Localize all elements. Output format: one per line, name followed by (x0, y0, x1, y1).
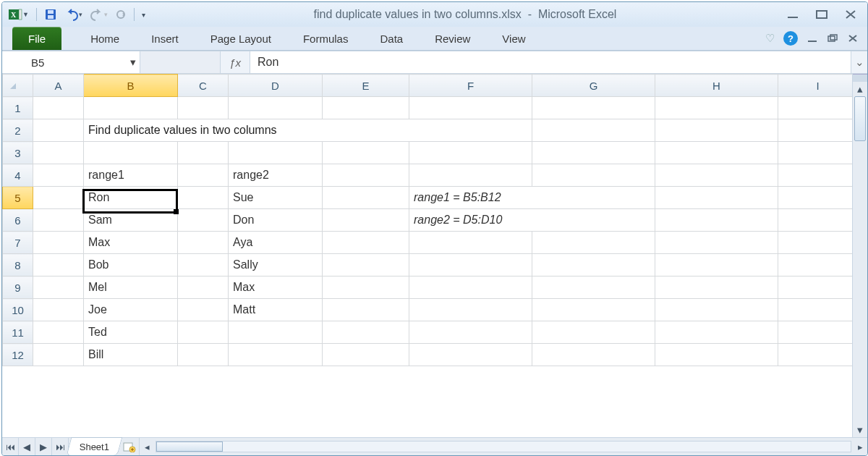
scroll-down-icon[interactable]: ▾ (853, 423, 867, 437)
tab-home[interactable]: Home (75, 27, 135, 50)
cell[interactable]: Sue (229, 187, 323, 209)
cell[interactable]: Joe (84, 299, 178, 321)
svg-point-6 (117, 11, 124, 18)
cell[interactable]: Sam (84, 209, 178, 232)
tab-insert[interactable]: Insert (135, 27, 195, 50)
v-split-handle[interactable] (853, 74, 867, 82)
window-title: find duplicate values in two columns.xls… (147, 8, 783, 21)
col-header-g[interactable]: G (532, 75, 655, 97)
scroll-left-icon[interactable]: ◂ (140, 442, 154, 452)
worksheet-area: A B C D E F G H I 1 2 Find duplicate val… (2, 74, 867, 437)
row-header[interactable]: 12 (3, 344, 33, 366)
redo-icon[interactable]: ▾ (88, 7, 109, 22)
name-box-value: B5 (2, 56, 127, 69)
cell[interactable]: range2 (229, 164, 323, 187)
cell[interactable]: Mel (84, 276, 178, 299)
file-tab[interactable]: File (12, 27, 61, 50)
cell[interactable]: Bill (84, 344, 178, 366)
formula-bar-expand-icon[interactable]: ⌄ (851, 51, 867, 73)
svg-rect-11 (830, 35, 837, 40)
maximize-icon[interactable] (812, 8, 831, 21)
workbook-restore-icon[interactable] (827, 34, 838, 43)
row-header[interactable]: 1 (3, 97, 33, 119)
v-scroll-thumb[interactable] (854, 96, 866, 141)
cell[interactable]: Max (84, 232, 178, 254)
col-header-f[interactable]: F (409, 75, 532, 97)
sheet-title: Find duplicate values in two columns (84, 119, 532, 142)
insert-sheet-icon[interactable] (120, 438, 139, 455)
row-header[interactable]: 5 (3, 187, 33, 209)
save-icon[interactable] (43, 7, 59, 22)
excel-icon[interactable]: X ▼ (7, 7, 30, 22)
row-header[interactable]: 10 (3, 299, 33, 321)
ribbon-minimize-arrow-icon[interactable]: ♡ (765, 32, 775, 45)
name-box-dropdown-icon[interactable]: ▾ (127, 56, 140, 69)
minimize-icon[interactable] (783, 8, 802, 21)
col-header-c[interactable]: C (178, 75, 229, 97)
sheet-tab[interactable]: Sheet1 (67, 437, 123, 455)
cell[interactable]: Sally (229, 254, 323, 276)
col-header-h[interactable]: H (655, 75, 778, 97)
row-header[interactable]: 4 (3, 164, 33, 187)
cell[interactable]: Don (229, 209, 323, 232)
tab-nav-prev-icon[interactable]: ◀ (19, 438, 35, 455)
svg-rect-8 (817, 11, 827, 18)
workbook-minimize-icon[interactable] (807, 34, 818, 43)
tab-nav-last-icon[interactable]: ⏭ (52, 438, 69, 455)
col-header-b[interactable]: B (84, 75, 178, 97)
undo-icon[interactable]: ▾ (63, 7, 84, 22)
tab-data[interactable]: Data (364, 27, 419, 50)
close-icon[interactable] (841, 8, 860, 21)
tab-formulas[interactable]: Formulas (287, 27, 365, 50)
select-all-corner[interactable] (3, 75, 33, 97)
row-header[interactable]: 6 (3, 209, 33, 232)
repeat-icon[interactable] (114, 7, 128, 22)
row-header[interactable]: 2 (3, 119, 33, 142)
scroll-right-icon[interactable]: ▸ (853, 442, 867, 452)
workbook-close-icon[interactable] (847, 34, 859, 43)
sheet-tab-bar: ⏮ ◀ ▶ ⏭ Sheet1 ◂ ▸ (2, 437, 867, 455)
qat-customize-icon[interactable]: ▾ (140, 7, 147, 22)
cell[interactable]: Ron (84, 187, 178, 209)
col-header-a[interactable]: A (33, 75, 84, 97)
row-header[interactable]: 11 (3, 321, 33, 344)
row-header[interactable]: 8 (3, 254, 33, 276)
fx-icon[interactable]: ƒx (221, 51, 250, 73)
tab-nav-first-icon[interactable]: ⏮ (2, 438, 19, 455)
quick-access-toolbar: X ▼ ▾ ▾ ▾ (7, 7, 147, 22)
vertical-scrollbar[interactable]: ▴ ▾ (852, 74, 867, 437)
h-scroll-thumb[interactable] (156, 442, 223, 452)
svg-rect-5 (48, 15, 54, 19)
cell[interactable]: Ted (84, 321, 178, 344)
svg-rect-10 (828, 36, 835, 41)
tab-nav-next-icon[interactable]: ▶ (35, 438, 52, 455)
help-icon[interactable]: ? (783, 31, 798, 46)
tab-review[interactable]: Review (419, 27, 486, 50)
grid[interactable]: A B C D E F G H I 1 2 Find duplicate val… (2, 74, 852, 437)
svg-rect-4 (48, 10, 54, 14)
cell[interactable]: Bob (84, 254, 178, 276)
col-header-e[interactable]: E (323, 75, 409, 97)
svg-rect-2 (19, 9, 22, 20)
cell[interactable]: Aya (229, 232, 323, 254)
tab-view[interactable]: View (486, 27, 541, 50)
cell[interactable]: range1 (84, 164, 178, 187)
horizontal-scrollbar[interactable]: ◂ ▸ (139, 438, 867, 455)
row-header[interactable]: 3 (3, 142, 33, 164)
title-bar: X ▼ ▾ ▾ ▾ find duplicate values in two c… (2, 2, 867, 27)
svg-rect-9 (808, 41, 817, 42)
annotation: range1 = B5:B12 (409, 187, 655, 209)
cell[interactable]: Max (229, 276, 323, 299)
row-header[interactable]: 7 (3, 232, 33, 254)
cell[interactable]: Matt (229, 299, 323, 321)
name-box[interactable]: B5 ▾ (2, 51, 140, 73)
annotation: range2 = D5:D10 (409, 209, 655, 232)
scroll-up-icon[interactable]: ▴ (853, 82, 867, 96)
tab-page-layout[interactable]: Page Layout (195, 27, 287, 50)
col-header-d[interactable]: D (229, 75, 323, 97)
formula-bar-row: B5 ▾ ƒx Ron ⌄ (2, 51, 867, 74)
formula-input[interactable]: Ron (250, 51, 851, 73)
app-window: X ▼ ▾ ▾ ▾ find duplicate values in two c… (1, 1, 868, 456)
row-header[interactable]: 9 (3, 276, 33, 299)
col-header-i[interactable]: I (778, 75, 853, 97)
